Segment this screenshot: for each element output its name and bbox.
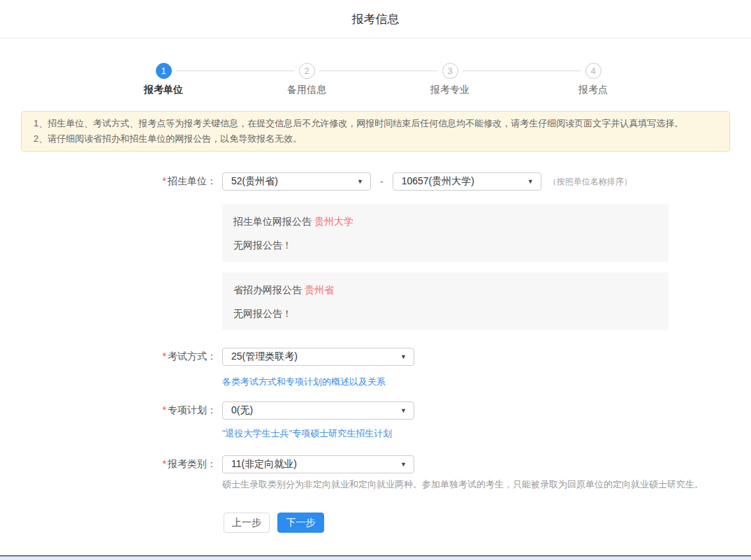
province-select-value: 52(贵州省) [231,175,278,188]
chevron-down-icon: ▼ [400,461,407,468]
province-notice-box: 省招办网报公告 贵州省 无网报公告！ [222,272,669,330]
category-note: 硕士生录取类别分为非定向就业和定向就业两种。参加单独考试的考生，只能被录取为回原… [222,480,751,489]
unit-notice-body: 无网报公告！ [233,240,657,251]
dash-separator: - [380,176,384,187]
special-plan-link[interactable]: "退役大学生士兵"专项硕士研究生招生计划 [222,429,392,439]
special-plan-label: *专项计划： [0,404,217,417]
chevron-down-icon: ▼ [400,353,407,360]
category-select-value: 11(非定向就业) [231,458,297,471]
unit-notice-box: 招生单位网报公告 贵州大学 无网报公告！ [222,204,669,262]
application-info-page: 报考信息 1 报考单位 2 备用信息 3 报考专业 4 报考点 1、招生单位、考… [0,0,751,560]
step-3-label: 报考专业 [430,84,469,95]
chevron-down-icon: ▼ [527,178,534,185]
special-plan-row: *专项计划： 0(无) ▼ [0,401,751,420]
application-form: *招生单位： 52(贵州省) ▼ - 10657(贵州大学) ▼ （按照单位名称… [0,172,751,533]
required-asterisk: * [163,351,166,362]
required-asterisk: * [163,175,166,186]
exam-method-select[interactable]: 25(管理类联考) ▼ [222,348,414,366]
chevron-down-icon: ▼ [400,407,407,414]
step-backup-info[interactable]: 2 备用信息 [235,63,379,95]
university-select-value: 10657(贵州大学) [402,175,474,188]
exam-method-select-value: 25(管理类联考) [231,351,298,363]
warning-line-2: 2、请仔细阅读省招办和招生单位的网报公告，以免导致报名无效。 [34,131,717,147]
province-notice-title: 省招办网报公告 贵州省 [233,284,657,295]
page-title: 报考信息 [352,11,400,27]
special-plan-select[interactable]: 0(无) ▼ [222,401,414,420]
step-2-label: 备用信息 [287,84,326,95]
warning-notice: 1、招生单位、考试方式、报考点等为报考关键信息，在提交信息后不允许修改，网报时间… [21,111,730,152]
unit-label: *招生单位： [0,175,217,188]
step-4-label: 报考点 [578,84,608,95]
unit-row: *招生单位： 52(贵州省) ▼ - 10657(贵州大学) ▼ （按照单位名称… [0,172,751,191]
step-major[interactable]: 3 报考专业 [379,63,522,95]
exam-method-link[interactable]: 各类考试方式和专项计划的概述以及关系 [222,377,386,387]
exam-method-label: *考试方式： [0,351,217,363]
step-2-circle: 2 [299,63,315,79]
province-notice-body: 无网报公告！ [233,308,657,319]
unit-notice-highlight[interactable]: 贵州大学 [314,216,353,227]
required-asterisk: * [163,458,166,469]
special-plan-select-value: 0(无) [231,404,253,417]
step-3-circle: 3 [442,63,458,79]
category-select[interactable]: 11(非定向就业) ▼ [222,455,414,473]
chevron-down-icon: ▼ [357,178,363,185]
footer-divider [0,555,751,560]
category-label: *报考类别： [0,458,217,471]
exam-method-row: *考试方式： 25(管理类联考) ▼ [0,348,751,366]
unit-notice-title: 招生单位网报公告 贵州大学 [233,216,657,227]
step-1-label: 报考单位 [144,84,183,95]
warning-line-1: 1、招生单位、考试方式、报考点等为报考关键信息，在提交信息后不允许修改，网报时间… [34,116,717,131]
step-exam-site[interactable]: 4 报考点 [522,63,665,95]
province-select[interactable]: 52(贵州省) ▼ [222,172,371,191]
province-notice-highlight[interactable]: 贵州省 [305,284,334,295]
stepper: 1 报考单位 2 备用信息 3 报考专业 4 报考点 [3,63,751,95]
next-step-button[interactable]: 下一步 [277,513,324,533]
step-1-circle: 1 [156,63,172,79]
form-buttons: 上一步 下一步 [224,513,751,533]
previous-step-button[interactable]: 上一步 [224,513,270,533]
step-4-circle: 4 [585,63,601,79]
category-row: *报考类别： 11(非定向就业) ▼ [0,455,751,473]
sort-hint: （按照单位名称排序） [548,176,632,188]
university-select[interactable]: 10657(贵州大学) ▼ [393,172,541,191]
required-asterisk: * [163,404,166,415]
step-unit[interactable]: 1 报考单位 [92,63,235,95]
page-header: 报考信息 [0,0,751,38]
